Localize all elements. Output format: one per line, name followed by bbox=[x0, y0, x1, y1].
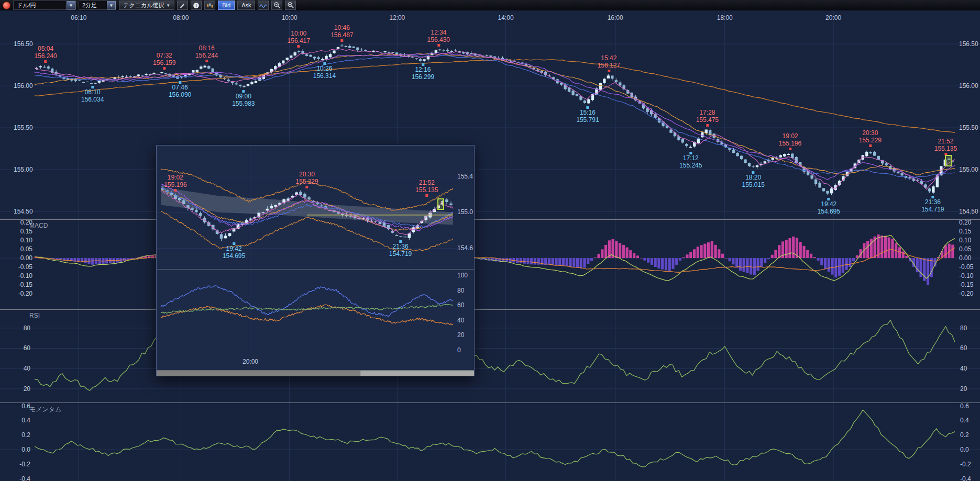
price-annotation: 19:42154.695 bbox=[223, 242, 245, 260]
zoom-out-button[interactable] bbox=[271, 1, 282, 10]
price-axis-label: 154.50 bbox=[959, 208, 978, 215]
high-marker-icon bbox=[608, 70, 610, 72]
price-annotation: 10:00156.417 bbox=[288, 30, 310, 48]
rsi-axis-label: 40 bbox=[960, 365, 967, 372]
annotation-price: 155.015 bbox=[742, 182, 765, 188]
momentum-axis-label: -0.4 bbox=[14, 475, 30, 481]
draw-tool-button[interactable] bbox=[177, 1, 188, 10]
price-annotation: 19:02155.196 bbox=[164, 174, 186, 192]
toolbar: ドル/円 ▼ 2分足 ▼ テクニカル選択 ▼ i Bid Ask bbox=[0, 0, 980, 10]
annotation-price: 154.695 bbox=[818, 208, 840, 215]
chevron-down-icon[interactable]: ▼ bbox=[67, 1, 75, 9]
info-button[interactable]: i bbox=[191, 1, 202, 10]
annotation-price: 154.719 bbox=[921, 206, 944, 213]
timeframe-select[interactable]: 2分足 ▼ bbox=[79, 1, 116, 10]
annotation-time: 21:52 bbox=[938, 138, 953, 145]
momentum-panel[interactable]: モメンタム 0.60.60.40.40.20.20.00.0-0.2-0.2-0… bbox=[0, 402, 980, 481]
momentum-axis-label: -0.2 bbox=[960, 461, 971, 468]
high-marker-icon bbox=[869, 144, 872, 147]
macd-axis-label: 0.20 bbox=[12, 219, 32, 226]
time-axis-label: 10:00 bbox=[282, 14, 298, 21]
high-marker-icon bbox=[425, 194, 428, 197]
price-annotation: 08:16156.244 bbox=[195, 45, 218, 62]
time-axis-label: 18:00 bbox=[717, 14, 733, 21]
rsi-axis-label: 20 bbox=[960, 385, 967, 393]
momentum-axis-label: 0.6 bbox=[960, 402, 969, 410]
price-annotation: 17:12155.245 bbox=[679, 152, 702, 169]
zoom-in-button[interactable] bbox=[285, 1, 296, 10]
annotation-time: 17:12 bbox=[683, 155, 699, 162]
currency-pair-value: ドル/円 bbox=[17, 2, 64, 9]
zoom-in-icon bbox=[287, 2, 294, 9]
momentum-axis-label: 0.4 bbox=[14, 417, 30, 424]
chart-style-button[interactable] bbox=[204, 1, 215, 10]
annotation-price: 155.135 bbox=[934, 146, 957, 152]
macd-panel[interactable]: MACD 0.200.200.150.150.100.100.050.050.0… bbox=[0, 219, 980, 309]
price-annotation: 19:02155.196 bbox=[779, 133, 801, 150]
momentum-axis-label: 0.2 bbox=[960, 431, 969, 439]
chevron-down-icon[interactable]: ▼ bbox=[107, 1, 116, 9]
indicator-wave-button[interactable] bbox=[258, 1, 269, 10]
annotation-price: 156.430 bbox=[427, 37, 450, 43]
price-chart-canvas[interactable] bbox=[0, 10, 980, 218]
price-annotation: 20:30155.229 bbox=[295, 171, 318, 188]
technical-select-button[interactable]: テクニカル選択 ▼ bbox=[119, 1, 174, 10]
momentum-axis-label: -0.4 bbox=[960, 475, 971, 481]
annotation-time: 12:16 bbox=[415, 66, 431, 73]
annotation-price: 156.159 bbox=[153, 60, 175, 66]
macd-axis-label: 0.10 bbox=[959, 237, 971, 244]
annotation-price: 155.229 bbox=[859, 137, 882, 144]
annotation-price: 156.417 bbox=[288, 38, 310, 44]
price-axis-label: 156.00 bbox=[959, 82, 978, 90]
annotation-price: 155.245 bbox=[679, 162, 702, 169]
zoom-out-icon bbox=[273, 2, 281, 9]
rsi-panel[interactable]: RSI 8080606040402020 bbox=[0, 309, 980, 402]
price-axis-label: 156.00 bbox=[14, 82, 32, 90]
time-axis-label: 08:00 bbox=[173, 14, 189, 21]
annotation-time: 10:00 bbox=[291, 30, 306, 37]
macd-axis-label: 0.15 bbox=[12, 228, 32, 235]
inset-scrollbar[interactable] bbox=[157, 370, 474, 376]
annotation-time: 08:16 bbox=[199, 45, 215, 52]
zoom-popup-window[interactable]: 20:00 155.4155.0154.619:02155.19619:4215… bbox=[156, 145, 475, 376]
price-annotation: 20:30155.229 bbox=[859, 130, 882, 147]
annotation-price: 155.475 bbox=[696, 117, 719, 124]
current-candle-highlight bbox=[437, 198, 444, 210]
price-annotation: 09:00155.983 bbox=[232, 90, 255, 107]
price-annotation: 10:26156.314 bbox=[313, 62, 336, 80]
annotation-price: 156.487 bbox=[331, 32, 353, 39]
price-annotation: 15:42156.127 bbox=[598, 55, 620, 72]
momentum-canvas[interactable] bbox=[0, 403, 980, 481]
rsi-panel-title: RSI bbox=[29, 312, 40, 319]
info-icon: i bbox=[193, 2, 200, 9]
inset-scrollbar-thumb[interactable] bbox=[157, 371, 360, 376]
main-price-chart-panel[interactable]: 06:1008:0010:0012:0014:0016:0018:0020:00… bbox=[0, 10, 980, 218]
bid-toggle-button[interactable]: Bid bbox=[218, 1, 235, 10]
high-marker-icon bbox=[45, 60, 47, 63]
price-axis-label: 154.50 bbox=[14, 208, 32, 215]
annotation-time: 09:00 bbox=[236, 93, 251, 100]
candle-chart-icon bbox=[206, 2, 213, 9]
price-annotation: 21:36154.719 bbox=[389, 240, 412, 258]
ask-toggle-button[interactable]: Ask bbox=[237, 1, 255, 10]
annotation-time: 07:46 bbox=[172, 84, 188, 91]
price-annotation: 12:34156.430 bbox=[427, 29, 450, 47]
macd-canvas[interactable] bbox=[0, 220, 980, 309]
annotation-price: 155.791 bbox=[576, 117, 599, 124]
macd-axis-label: -0.15 bbox=[12, 281, 32, 288]
price-axis-label: 155.50 bbox=[14, 124, 32, 131]
app-icon bbox=[3, 2, 10, 9]
inset-rsi-axis-label: 80 bbox=[457, 287, 464, 294]
momentum-axis-label: 0.4 bbox=[960, 417, 969, 424]
momentum-axis-label: 0.0 bbox=[14, 446, 30, 453]
rsi-axis-label: 80 bbox=[960, 325, 967, 332]
rsi-axis-label: 80 bbox=[16, 325, 30, 332]
inset-price-canvas[interactable] bbox=[157, 146, 474, 269]
rsi-canvas[interactable] bbox=[0, 310, 980, 402]
annotation-time: 05:04 bbox=[38, 46, 53, 52]
inset-rsi-canvas[interactable] bbox=[157, 270, 474, 352]
currency-pair-select[interactable]: ドル/円 ▼ bbox=[13, 1, 76, 10]
annotation-price: 155.135 bbox=[415, 187, 438, 194]
annotation-price: 155.196 bbox=[164, 182, 186, 188]
annotation-price: 156.299 bbox=[412, 74, 434, 81]
